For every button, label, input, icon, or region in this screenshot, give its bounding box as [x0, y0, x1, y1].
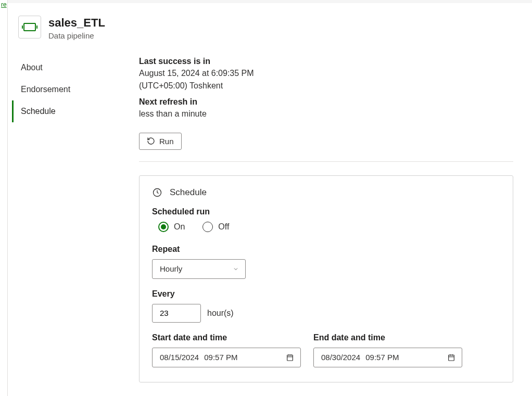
sidebar-item-label: About	[21, 63, 43, 72]
radio-on-label: On	[174, 222, 185, 232]
sidebar-nav: About Endorsement Schedule	[8, 49, 129, 382]
start-time-value: 09:57 PM	[204, 353, 237, 362]
radio-off[interactable]: Off	[202, 222, 229, 232]
date-range-row: Start date and time 08/15/2024 09:57 PM	[152, 333, 500, 367]
svg-rect-5	[449, 355, 454, 361]
sidebar-item-label: Schedule	[21, 107, 56, 116]
start-date-input[interactable]: 08/15/2024 09:57 PM	[152, 348, 301, 367]
background-strip: re	[0, 0, 8, 396]
every-group: Every hour(s)	[152, 289, 500, 323]
next-refresh-value: less than a minute	[139, 108, 513, 120]
calendar-icon	[447, 353, 455, 362]
every-label: Every	[152, 289, 500, 299]
run-button[interactable]: Run	[139, 133, 182, 150]
every-input[interactable]	[152, 304, 201, 323]
start-date-value: 08/15/2024	[160, 353, 199, 362]
timezone: (UTC+05:00) Toshkent	[139, 80, 513, 92]
scheduled-run-group: Scheduled run On Off	[152, 207, 500, 232]
radio-off-label: Off	[218, 222, 229, 232]
pipeline-type: Data pipeline	[48, 31, 105, 40]
partial-link[interactable]: re	[0, 0, 8, 9]
repeat-group: Repeat Hourly	[152, 245, 500, 279]
radio-on[interactable]: On	[158, 222, 185, 232]
end-date-value: 08/30/2024	[321, 353, 360, 362]
scheduled-run-radio-group: On Off	[158, 222, 500, 232]
sidebar-item-schedule[interactable]: Schedule	[12, 100, 129, 122]
refresh-icon	[147, 137, 155, 145]
clock-icon	[152, 187, 162, 198]
calendar-icon	[286, 353, 294, 362]
pipeline-icon	[18, 16, 41, 39]
start-date-group: Start date and time 08/15/2024 09:57 PM	[152, 333, 301, 367]
repeat-label: Repeat	[152, 245, 500, 254]
end-date-group: End date and time 08/30/2024 09:57 PM	[313, 333, 462, 367]
svg-rect-1	[287, 355, 293, 361]
scheduled-run-label: Scheduled run	[152, 207, 500, 216]
last-success-value: August 15, 2024 at 6:09:35 PM	[139, 67, 513, 80]
sidebar-item-about[interactable]: About	[12, 57, 129, 79]
every-unit: hour(s)	[207, 309, 234, 318]
chevron-down-icon	[233, 266, 239, 272]
next-refresh-label: Next refresh in	[139, 97, 513, 107]
repeat-select[interactable]: Hourly	[152, 259, 246, 279]
panel-header: sales_ETL Data pipeline	[8, 3, 532, 44]
schedule-card: Schedule Scheduled run On Off	[139, 175, 513, 382]
end-date-label: End date and time	[313, 333, 462, 342]
start-date-label: Start date and time	[152, 333, 301, 342]
last-success-label: Last success is in	[139, 57, 513, 66]
next-refresh-block: Next refresh in less than a minute	[139, 97, 513, 120]
section-divider	[139, 161, 513, 162]
pipeline-title: sales_ETL	[48, 16, 105, 30]
main-content: Last success is in August 15, 2024 at 6:…	[129, 49, 532, 382]
title-block: sales_ETL Data pipeline	[48, 16, 105, 40]
run-button-label: Run	[159, 137, 174, 146]
repeat-value: Hourly	[160, 264, 182, 273]
radio-indicator-off	[202, 222, 213, 232]
settings-panel: sales_ETL Data pipeline About Endorsemen…	[8, 3, 532, 396]
card-title: Schedule	[170, 187, 207, 198]
last-success-block: Last success is in August 15, 2024 at 6:…	[139, 57, 513, 92]
sidebar-item-endorsement[interactable]: Endorsement	[12, 79, 129, 100]
card-header: Schedule	[152, 187, 500, 198]
end-time-value: 09:57 PM	[365, 353, 399, 362]
end-date-input[interactable]: 08/30/2024 09:57 PM	[313, 348, 462, 367]
radio-indicator-on	[158, 222, 169, 232]
sidebar-item-label: Endorsement	[21, 85, 70, 94]
